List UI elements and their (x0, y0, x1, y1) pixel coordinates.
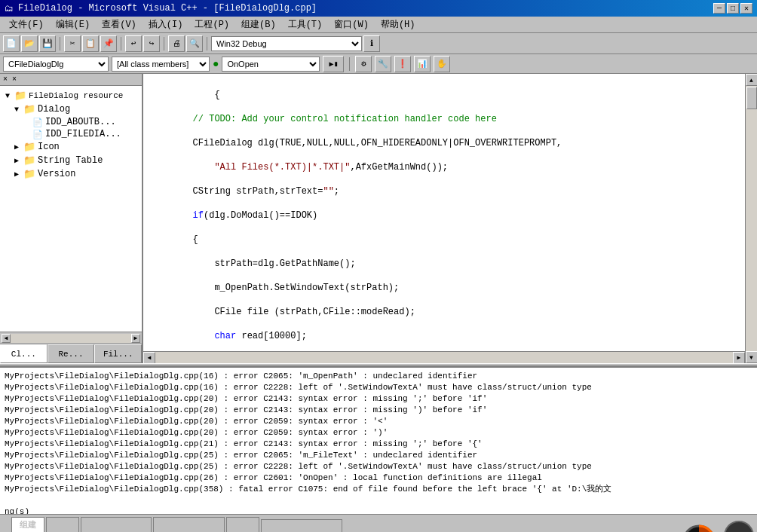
sep5 (349, 57, 350, 71)
tree-root-label: FileDialog resource (29, 91, 123, 100)
menu-tools[interactable]: 工具(T) (282, 17, 329, 32)
output-panel: MyProjects\FileDialog\FileDialogDlg.cpp(… (0, 366, 757, 532)
tab-build[interactable]: 组建 (11, 517, 44, 532)
code-area[interactable]: { // TODO: Add your control notification… (143, 74, 745, 351)
tab-debug[interactable]: 调试 (46, 517, 79, 532)
folder-icon: 📁 (23, 154, 35, 167)
main-container: × × ▼ 📁 FileDialog resource ▼ 📁 Dialog (0, 74, 757, 532)
expand-icon: ▼ (12, 105, 21, 114)
save-button[interactable]: 💾 (39, 35, 56, 52)
scroll-track[interactable] (11, 334, 131, 343)
hscroll-left[interactable]: ◀ (143, 352, 155, 364)
tree-idd-file[interactable]: 📄 IDD_FILEDIA... (3, 128, 139, 140)
editor-area: × × ▼ 📁 FileDialog resource ▼ 📁 Dialog (0, 74, 757, 363)
minimize-button[interactable]: ─ (713, 3, 725, 14)
folder-icon: 📁 (23, 168, 35, 180)
editor-vscrollbar[interactable]: ▲ ▼ (745, 74, 757, 363)
go-button[interactable]: ▶▮ (323, 56, 344, 72)
error-line: MyProjects\FileDialog\FileDialogDlg.cpp(… (5, 472, 752, 484)
class-combo[interactable]: CFileDialogDlg (3, 57, 109, 72)
tree-icon-folder[interactable]: ▶ 📁 Icon (3, 140, 139, 154)
menu-insert[interactable]: 插入(I) (143, 17, 189, 32)
scroll-up[interactable]: ▲ (746, 74, 758, 86)
sep4 (207, 37, 207, 50)
sep2 (121, 37, 121, 50)
file-icon: 📄 (32, 118, 43, 127)
tree-idd-about[interactable]: 📄 IDD_ABOUTB... (3, 116, 139, 128)
scroll-left-tab[interactable]: ◀ (0, 522, 11, 532)
menu-view[interactable]: 查看(V) (96, 17, 143, 32)
panel-header: × × (0, 74, 142, 86)
menu-window[interactable]: 窗口(W) (328, 17, 375, 32)
print-btn[interactable]: 🖨 (168, 35, 185, 52)
maximize-button[interactable]: □ (727, 3, 739, 14)
title-text: FileDialog - Microsoft Visual C++ - [Fil… (18, 3, 317, 14)
folder-icon: 📁 (14, 90, 26, 102)
new-button[interactable]: 📄 (3, 35, 20, 52)
status-right: 7 79% 4% CPU使用 (669, 521, 754, 533)
menu-edit[interactable]: 编辑(E) (50, 17, 97, 32)
hscroll-track (155, 352, 733, 364)
toolbar-class: CFileDialogDlg [All class members] ● OnO… (0, 54, 757, 74)
menu-file[interactable]: 文件(F) (3, 17, 50, 32)
cpu-container: 4% CPU使用 (724, 521, 754, 533)
app-icon: 🗂 (5, 3, 14, 14)
panel-title: × × (3, 75, 17, 84)
scroll-right[interactable]: ▶ (131, 334, 140, 343)
tree-root[interactable]: ▼ 📁 FileDialog resource (3, 89, 139, 102)
output-tab-bar: ◀ 组建 调试 在文件1中查找 在文件2中查找 结果 SQL Debugg...… (0, 514, 757, 532)
hscroll-right[interactable]: ▶ (733, 352, 745, 364)
tree-idd-about-label: IDD_ABOUTB... (45, 117, 116, 127)
error-line: MyProjects\FileDialog\FileDialogDlg.cpp(… (5, 416, 752, 427)
config-select[interactable]: Win32 Debug (211, 36, 362, 51)
tool4[interactable]: 📊 (414, 56, 431, 72)
tree-scrollbar[interactable]: ◀ ▶ (0, 332, 142, 344)
tab-file[interactable]: Fil... (94, 344, 142, 363)
tab-resource[interactable]: Re... (48, 344, 95, 363)
cut-button[interactable]: ✂ (64, 35, 81, 52)
find-btn[interactable]: 🔍 (186, 35, 203, 52)
tab-class[interactable]: Cl... (0, 344, 48, 363)
sep3 (164, 37, 164, 50)
method-combo[interactable]: OnOpen (222, 57, 320, 72)
blank-line (5, 495, 752, 506)
redo-button[interactable]: ↪ (143, 35, 160, 52)
close-button[interactable]: ✕ (740, 3, 752, 14)
tab-result[interactable]: 结果 (226, 517, 259, 532)
open-button[interactable]: 📂 (21, 35, 38, 52)
tool2[interactable]: 🔧 (375, 56, 391, 72)
code-editor-panel: { // TODO: Add your control notification… (143, 74, 745, 363)
tree-version-folder[interactable]: ▶ 📁 Version (3, 167, 139, 181)
left-tab-bar: Cl... Re... Fil... (0, 344, 142, 363)
paste-button[interactable]: 📌 (100, 35, 117, 52)
scroll-right-tab[interactable]: ▶ (344, 522, 355, 532)
undo-button[interactable]: ↩ (125, 35, 142, 52)
scroll-down[interactable]: ▼ (746, 351, 758, 363)
window-controls: ─ □ ✕ (713, 3, 752, 14)
scroll-left[interactable]: ◀ (2, 334, 11, 343)
cpu-gauge: 4% (724, 521, 754, 533)
tree-dialog-label: Dialog (38, 104, 70, 115)
menu-project[interactable]: 工程(P) (188, 17, 235, 32)
copy-button[interactable]: 📋 (82, 35, 99, 52)
tool5[interactable]: ✋ (434, 56, 450, 72)
scroll-thumb[interactable] (746, 87, 757, 109)
tab-find2[interactable]: 在文件2中查找 (153, 517, 225, 532)
error-line: MyProjects\FileDialog\FileDialogDlg.cpp(… (5, 439, 752, 450)
menu-help[interactable]: 帮助(H) (375, 17, 421, 32)
folder-icon: 📁 (23, 103, 35, 115)
sep1 (60, 37, 60, 50)
resource-tree: ▼ 📁 FileDialog resource ▼ 📁 Dialog 📄 IDD… (0, 86, 142, 332)
tool3[interactable]: ❗ (394, 56, 411, 72)
tab-sql[interactable]: SQL Debugg... (261, 519, 342, 532)
editor-hscrollbar[interactable]: ◀ ▶ (143, 351, 745, 363)
menu-build[interactable]: 组建(B) (235, 17, 282, 32)
tree-string-table[interactable]: ▶ 📁 String Table (3, 154, 139, 167)
tool1[interactable]: ⚙ (355, 56, 372, 72)
error-line: MyProjects\FileDialog\FileDialogDlg.cpp(… (5, 405, 752, 416)
tree-dialog-folder[interactable]: ▼ 📁 Dialog (3, 102, 139, 116)
error-line: MyProjects\FileDialog\FileDialogDlg.cpp(… (5, 427, 752, 439)
info-button[interactable]: ℹ (363, 35, 380, 52)
members-combo[interactable]: [All class members] (112, 57, 210, 72)
tab-find1[interactable]: 在文件1中查找 (81, 517, 152, 532)
